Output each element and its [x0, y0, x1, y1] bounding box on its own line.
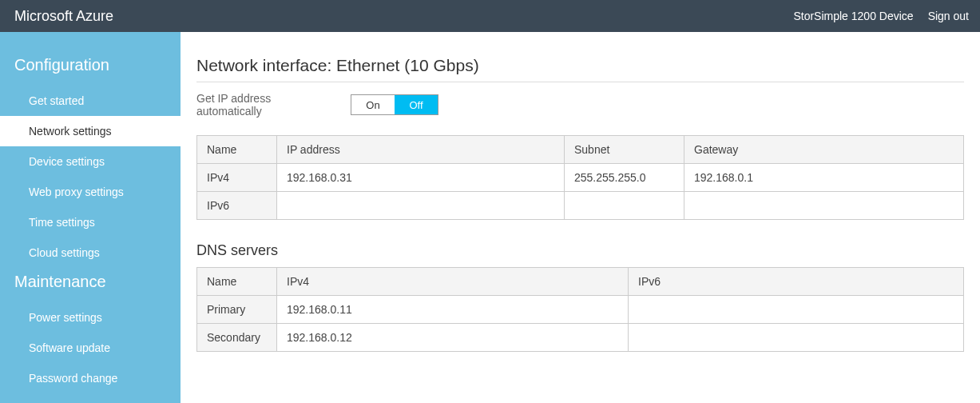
row-name: Primary [197, 296, 277, 324]
sidebar-heading-maintenance: Maintenance [0, 268, 181, 302]
sidebar-item-label: Password change [29, 372, 117, 385]
dhcp-toggle[interactable]: On Off [351, 94, 438, 115]
row-ip[interactable]: 192.168.0.31 [277, 164, 565, 192]
col-subnet: Subnet [565, 136, 684, 164]
sidebar-item-label: Device settings [29, 155, 105, 168]
sidebar-item-label: Get started [29, 94, 84, 107]
col-name: Name [197, 268, 277, 296]
row-gateway[interactable] [684, 192, 964, 220]
page-title: Network interface: Ethernet (10 Gbps) [196, 56, 964, 75]
sidebar-item-cloud-settings[interactable]: Cloud settings [0, 237, 181, 268]
row-name: IPv6 [197, 192, 277, 220]
sidebar-item-device-settings[interactable]: Device settings [0, 146, 181, 177]
row-ipv4[interactable]: 192.168.0.11 [277, 296, 629, 324]
row-name: IPv4 [197, 164, 277, 192]
row-name: Secondary [197, 324, 277, 352]
dhcp-toggle-on[interactable]: On [351, 95, 395, 114]
sidebar-item-password-change[interactable]: Password change [0, 363, 181, 393]
sidebar-item-web-proxy-settings[interactable]: Web proxy settings [0, 177, 181, 207]
sidebar-item-label: Cloud settings [29, 246, 100, 259]
main-content: Network interface: Ethernet (10 Gbps) Ge… [181, 32, 980, 403]
col-ipv6: IPv6 [629, 268, 964, 296]
sidebar: Configuration Get started Network settin… [0, 32, 181, 403]
sidebar-item-label: Software update [29, 341, 110, 354]
header-actions: StorSimple 1200 Device Sign out [793, 10, 969, 22]
brand-title: Microsoft Azure [14, 8, 113, 25]
sidebar-item-label: Web proxy settings [29, 186, 124, 198]
device-name-link[interactable]: StorSimple 1200 Device [793, 10, 913, 22]
table-header-row: Name IP address Subnet Gateway [197, 136, 964, 164]
col-ip-address: IP address [277, 136, 565, 164]
row-subnet[interactable]: 255.255.255.0 [565, 164, 684, 192]
sidebar-item-software-update[interactable]: Software update [0, 333, 181, 363]
table-row: Primary 192.168.0.11 [197, 296, 964, 324]
row-ipv4[interactable]: 192.168.0.12 [277, 324, 629, 352]
sidebar-heading-configuration: Configuration [0, 51, 181, 86]
col-ipv4: IPv4 [277, 268, 629, 296]
sidebar-item-label: Network settings [29, 125, 111, 138]
row-ipv6[interactable] [629, 296, 964, 324]
table-row: IPv4 192.168.0.31 255.255.255.0 192.168.… [197, 164, 964, 192]
table-header-row: Name IPv4 IPv6 [197, 268, 964, 296]
col-name: Name [197, 136, 277, 164]
sidebar-item-network-settings[interactable]: Network settings [0, 116, 181, 146]
sidebar-item-get-started[interactable]: Get started [0, 86, 181, 116]
title-divider [196, 82, 964, 82]
sidebar-group-maintenance: Maintenance Power settings Software upda… [0, 268, 181, 393]
row-gateway[interactable]: 192.168.0.1 [684, 164, 964, 192]
dns-section-title: DNS servers [196, 242, 964, 259]
dhcp-toggle-row: Get IP address automatically On Off [196, 92, 964, 118]
dns-servers-table: Name IPv4 IPv6 Primary 192.168.0.11 Seco… [196, 267, 964, 352]
app-header: Microsoft Azure StorSimple 1200 Device S… [0, 0, 980, 32]
sidebar-item-time-settings[interactable]: Time settings [0, 207, 181, 237]
dhcp-toggle-label: Get IP address automatically [196, 92, 336, 118]
table-row: Secondary 192.168.0.12 [197, 324, 964, 352]
row-ip[interactable] [277, 192, 565, 220]
sign-out-link[interactable]: Sign out [928, 10, 969, 22]
network-interface-table: Name IP address Subnet Gateway IPv4 192.… [196, 135, 964, 220]
row-ipv6[interactable] [629, 324, 964, 352]
sidebar-group-configuration: Configuration Get started Network settin… [0, 51, 181, 268]
dhcp-toggle-off[interactable]: Off [395, 95, 438, 114]
sidebar-item-label: Time settings [29, 216, 95, 229]
sidebar-item-power-settings[interactable]: Power settings [0, 302, 181, 333]
sidebar-item-label: Power settings [29, 311, 102, 324]
table-row: IPv6 [197, 192, 964, 220]
col-gateway: Gateway [684, 136, 964, 164]
row-subnet[interactable] [565, 192, 684, 220]
